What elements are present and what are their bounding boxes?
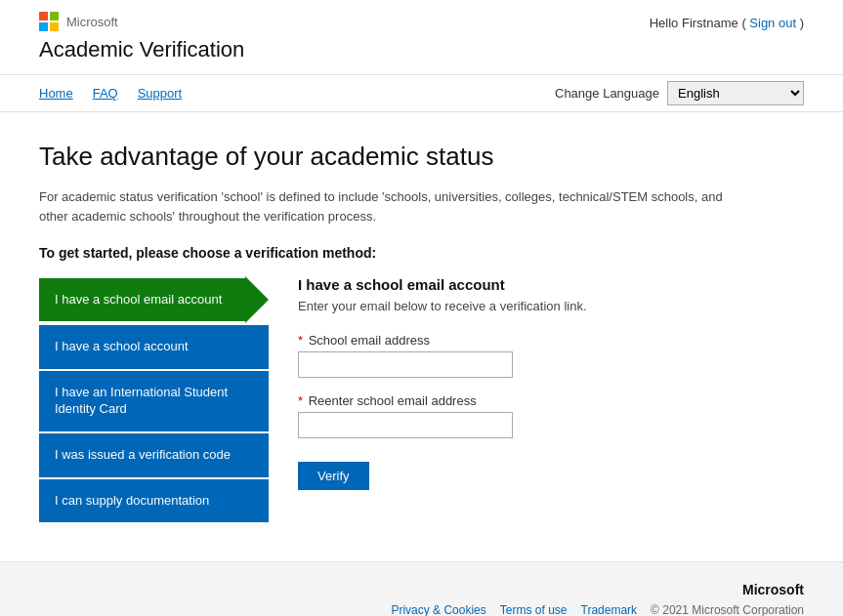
page-heading: Take advantage of your academic status [39, 142, 804, 172]
footer-terms-link[interactable]: Terms of use [500, 603, 568, 616]
nav-home[interactable]: Home [39, 86, 73, 101]
school-email-input[interactable] [298, 351, 513, 378]
method-buttons: I have a school email account I have a s… [39, 276, 269, 522]
footer-privacy-link[interactable]: Privacy & Cookies [391, 603, 485, 616]
active-arrow-icon [245, 276, 269, 323]
method-btn-wrapper-vcode: I was issued a verification code [39, 433, 269, 477]
required-star-2: * [298, 393, 303, 408]
method-btn-wrapper-isic: I have an International Student Identity… [39, 371, 269, 431]
content-area: I have a school email account I have a s… [39, 276, 804, 522]
field-school-email: * School email address [298, 333, 775, 378]
method-btn-wrapper-docs: I can supply documentation [39, 479, 269, 523]
logo-row: Microsoft [39, 12, 244, 31]
footer-links: Privacy & Cookies Terms of use Trademark… [39, 603, 804, 616]
logo-text: Microsoft [66, 15, 118, 29]
header-greeting: Hello Firstname ( Sign out ) [650, 12, 804, 30]
reenter-email-input[interactable] [298, 412, 513, 438]
footer-copyright: © 2021 Microsoft Corporation [651, 603, 804, 616]
language-row: Change Language English Spanish French G… [555, 81, 804, 105]
nav-support[interactable]: Support [138, 86, 183, 101]
method-btn-isic[interactable]: I have an International Student Identity… [39, 371, 269, 431]
microsoft-logo-icon [39, 12, 59, 31]
nav-bar: Home FAQ Support Change Language English… [0, 75, 843, 112]
greeting-text: Hello Firstname [650, 16, 738, 30]
footer: Microsoft Privacy & Cookies Terms of use… [0, 561, 843, 616]
site-title: Academic Verification [39, 37, 244, 62]
nav-faq[interactable]: FAQ [93, 86, 118, 101]
sign-out-link[interactable]: Sign out [749, 16, 796, 30]
language-select[interactable]: English Spanish French German Portuguese [667, 81, 804, 105]
field-label-reenter-email: * Reenter school email address [298, 393, 775, 408]
lang-label: Change Language [555, 86, 659, 101]
method-btn-wrapper-account: I have a school account [39, 325, 269, 369]
form-panel-title: I have a school email account [298, 276, 775, 293]
required-star-1: * [298, 333, 303, 348]
method-btn-documentation[interactable]: I can supply documentation [39, 479, 269, 523]
verify-button[interactable]: Verify [298, 462, 369, 490]
field-reenter-email: * Reenter school email address [298, 393, 775, 438]
header: Microsoft Academic Verification Hello Fi… [0, 0, 843, 75]
main-content: Take advantage of your academic status F… [0, 112, 843, 561]
footer-brand: Microsoft [39, 582, 804, 597]
page-description: For academic status verification 'school… [39, 187, 742, 226]
form-panel-desc: Enter your email below to receive a veri… [298, 299, 775, 313]
nav-links: Home FAQ Support [39, 86, 182, 101]
form-panel: I have a school email account Enter your… [269, 276, 804, 490]
method-btn-wrapper-email: I have a school email account [39, 276, 269, 323]
method-btn-school-email[interactable]: I have a school email account [39, 278, 245, 322]
field-label-school-email: * School email address [298, 333, 775, 348]
method-btn-verification-code[interactable]: I was issued a verification code [39, 433, 269, 477]
method-btn-school-account[interactable]: I have a school account [39, 325, 269, 369]
header-left: Microsoft Academic Verification [39, 12, 244, 62]
method-label: To get started, please choose a verifica… [39, 245, 804, 261]
footer-trademark-link[interactable]: Trademark [581, 603, 638, 616]
